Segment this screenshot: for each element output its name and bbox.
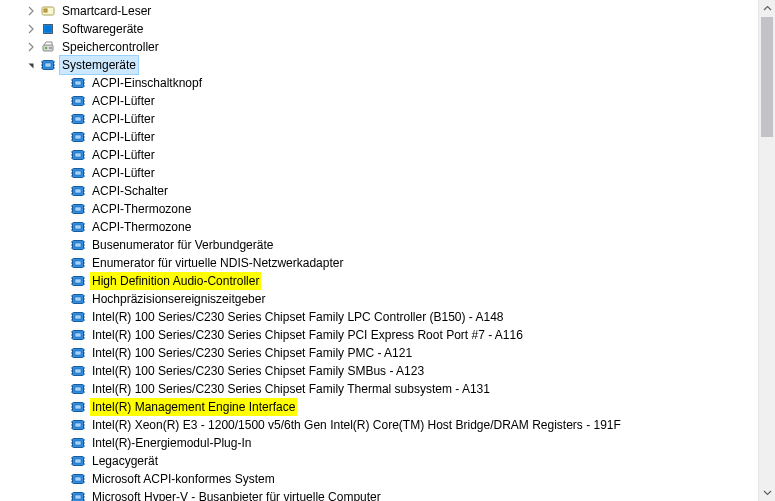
tree-item[interactable]: ACPI-Thermozone (4, 200, 758, 218)
system-icon (70, 471, 86, 487)
tree-item[interactable]: Enumerator für virtuelle NDIS-Netzwerkad… (4, 254, 758, 272)
system-icon (40, 57, 56, 73)
system-icon (70, 291, 86, 307)
system-icon (70, 453, 86, 469)
expand-toggle[interactable] (24, 22, 38, 36)
tree-item[interactable]: Intel(R) 100 Series/C230 Series Chipset … (4, 362, 758, 380)
svg-rect-137 (75, 351, 81, 355)
tree-item[interactable]: High Definition Audio-Controller (4, 272, 758, 290)
tree-item-label: Intel(R) Management Engine Interface (90, 398, 297, 416)
tree-item-label: ACPI-Thermozone (90, 218, 193, 236)
software-icon (40, 21, 56, 37)
tree-item-label: Hochpräzisionsereigniszeitgeber (90, 290, 267, 308)
svg-rect-185 (75, 459, 81, 463)
tree-item[interactable]: Legacygerät (4, 452, 758, 470)
svg-rect-49 (75, 153, 81, 157)
tree-item-label: Systemgeräte (60, 56, 138, 74)
tree-item-label: ACPI-Lüfter (90, 92, 157, 110)
tree-item[interactable]: Intel(R) 100 Series/C230 Series Chipset … (4, 344, 758, 362)
svg-rect-161 (75, 405, 81, 409)
expand-toggle (54, 400, 68, 414)
chevron-right-icon (26, 42, 36, 52)
system-icon (70, 255, 86, 271)
scrollbar-button-up[interactable] (759, 0, 775, 17)
system-icon (70, 201, 86, 217)
tree-item[interactable]: Hochpräzisionsereigniszeitgeber (4, 290, 758, 308)
tree-item[interactable]: Intel(R)-Energiemodul-Plug-In (4, 434, 758, 452)
tree-item-label: ACPI-Lüfter (90, 110, 157, 128)
scrollbar-thumb[interactable] (761, 17, 773, 137)
tree-item[interactable]: Intel(R) Management Engine Interface (4, 398, 758, 416)
system-icon (70, 417, 86, 433)
svg-rect-17 (75, 81, 81, 85)
svg-rect-129 (75, 333, 81, 337)
svg-rect-105 (75, 279, 81, 283)
expand-toggle (54, 472, 68, 486)
chevron-down-icon (763, 488, 772, 497)
chevron-up-icon (763, 4, 772, 13)
expand-toggle (54, 292, 68, 306)
scrollbar-button-down[interactable] (759, 484, 775, 501)
expand-toggle (54, 328, 68, 342)
tree-item[interactable]: Busenumerator für Verbundgeräte (4, 236, 758, 254)
tree-item[interactable]: ACPI-Lüfter (4, 128, 758, 146)
tree-item-label: ACPI-Lüfter (90, 128, 157, 146)
collapse-toggle[interactable] (24, 58, 38, 72)
expand-toggle (54, 436, 68, 450)
tree-item[interactable]: ACPI-Lüfter (4, 146, 758, 164)
tree-item[interactable]: Smartcard-Leser (4, 2, 758, 20)
system-icon (70, 237, 86, 253)
tree-item-label: ACPI-Thermozone (90, 200, 193, 218)
tree-item[interactable]: ACPI-Lüfter (4, 92, 758, 110)
tree-item[interactable]: ACPI-Einschaltknopf (4, 74, 758, 92)
expand-toggle (54, 148, 68, 162)
expand-toggle (54, 364, 68, 378)
system-icon (70, 273, 86, 289)
expand-toggle (54, 238, 68, 252)
expand-toggle (54, 202, 68, 216)
system-icon (70, 381, 86, 397)
svg-rect-169 (75, 423, 81, 427)
device-manager-viewport: Smartcard-LeserSoftwaregeräteSpeichercon… (0, 0, 775, 501)
expand-toggle (54, 166, 68, 180)
system-icon (70, 345, 86, 361)
expand-toggle[interactable] (24, 4, 38, 18)
expand-toggle (54, 274, 68, 288)
tree-item[interactable]: ACPI-Lüfter (4, 110, 758, 128)
tree-item[interactable]: Softwaregeräte (4, 20, 758, 38)
tree-item[interactable]: Intel(R) 100 Series/C230 Series Chipset … (4, 308, 758, 326)
expand-toggle (54, 418, 68, 432)
system-icon (70, 327, 86, 343)
tree-item-label: Microsoft Hyper-V - Busanbieter für virt… (90, 488, 383, 501)
svg-rect-97 (75, 261, 81, 265)
tree-item[interactable]: Microsoft Hyper-V - Busanbieter für virt… (4, 488, 758, 501)
tree-item[interactable]: Intel(R) 100 Series/C230 Series Chipset … (4, 380, 758, 398)
tree-item-label: Intel(R) 100 Series/C230 Series Chipset … (90, 362, 426, 380)
svg-rect-7 (49, 47, 52, 49)
system-icon (70, 219, 86, 235)
tree-item[interactable]: Systemgeräte (4, 56, 758, 74)
tree-item[interactable]: Microsoft ACPI-konformes System (4, 470, 758, 488)
vertical-scrollbar[interactable] (758, 0, 775, 501)
tree-item[interactable]: ACPI-Lüfter (4, 164, 758, 182)
device-tree[interactable]: Smartcard-LeserSoftwaregeräteSpeichercon… (0, 0, 758, 501)
tree-item-label: Intel(R) 100 Series/C230 Series Chipset … (90, 326, 525, 344)
chevron-right-icon (26, 24, 36, 34)
tree-item-label: Legacygerät (90, 452, 160, 470)
scrollbar-track[interactable] (759, 17, 775, 484)
tree-item[interactable]: Speichercontroller (4, 38, 758, 56)
svg-rect-9 (45, 63, 51, 67)
svg-rect-193 (75, 477, 81, 481)
expand-toggle (54, 184, 68, 198)
tree-item-label: Speichercontroller (60, 38, 161, 56)
expand-toggle (54, 76, 68, 90)
tree-item[interactable]: Intel(R) Xeon(R) E3 - 1200/1500 v5/6th G… (4, 416, 758, 434)
tree-item[interactable]: Intel(R) 100 Series/C230 Series Chipset … (4, 326, 758, 344)
tree-item[interactable]: ACPI-Schalter (4, 182, 758, 200)
svg-rect-1 (44, 9, 47, 12)
expand-toggle (54, 220, 68, 234)
svg-rect-177 (75, 441, 81, 445)
tree-item[interactable]: ACPI-Thermozone (4, 218, 758, 236)
chevron-right-icon (26, 6, 36, 16)
expand-toggle[interactable] (24, 40, 38, 54)
